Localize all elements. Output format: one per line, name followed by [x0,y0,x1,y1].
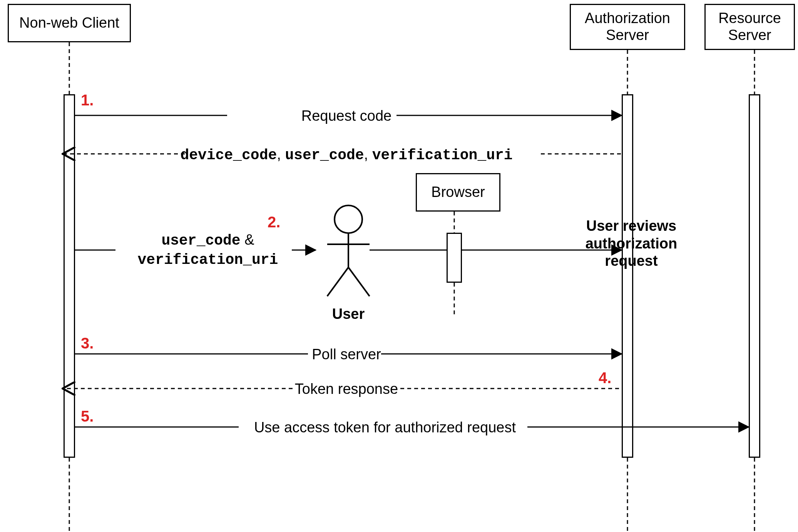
step-4: 4. [599,369,611,387]
step-3: 3. [81,335,94,352]
step-2: 2. [268,213,280,231]
msg-use-token: Use access token for authorized request [192,419,577,436]
msg-token-response: Token response [250,381,443,397]
msg-user-code-and-uri: user_code & verification_uri [119,231,296,269]
step-1: 1. [81,92,94,109]
msg-user-reviews: User reviews authorization request [574,217,689,270]
step-5: 5. [81,408,94,425]
msg-request-code: Request code [231,108,462,124]
msg-poll-server: Poll server [269,346,423,363]
sequence-diagram: Non-web Client Authorization Server Reso… [0,0,798,532]
msg-device-response: device_code, user_code, verification_uri [77,146,616,163]
